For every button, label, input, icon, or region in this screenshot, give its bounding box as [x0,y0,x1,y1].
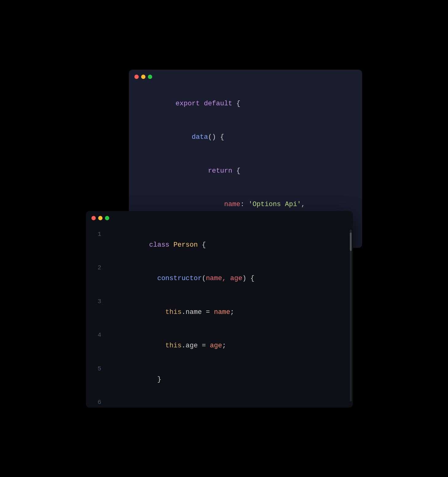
window-front: 1 class Person { 2 constructor(name, age… [86,211,353,408]
scrollbar[interactable] [350,229,352,401]
code-line: return { [129,154,362,188]
title-bar-back [129,70,362,84]
scrollbar-thumb[interactable] [350,233,352,251]
dot-yellow-front[interactable] [98,216,102,220]
code-line: data() { [129,120,362,154]
code-line-2: 2 constructor(name, age) { [86,262,353,295]
dot-red-back[interactable] [134,75,139,79]
title-bar-front [86,211,353,225]
scene: export default { data() { return { name:… [86,70,362,408]
code-area-front: 1 class Person { 2 constructor(name, age… [86,225,353,408]
code-line: export default { [129,87,362,121]
dot-red-front[interactable] [91,216,96,220]
code-line-5: 5 } [86,363,353,397]
code-line-1: 1 class Person { [86,228,353,262]
code-line-4: 4 this.age = age; [86,329,353,363]
dot-green-back[interactable] [148,75,152,79]
code-line-6: 6 [86,396,353,407]
dot-yellow-back[interactable] [141,75,145,79]
dot-green-front[interactable] [105,216,109,220]
code-line-3: 3 this.name = name; [86,295,353,329]
